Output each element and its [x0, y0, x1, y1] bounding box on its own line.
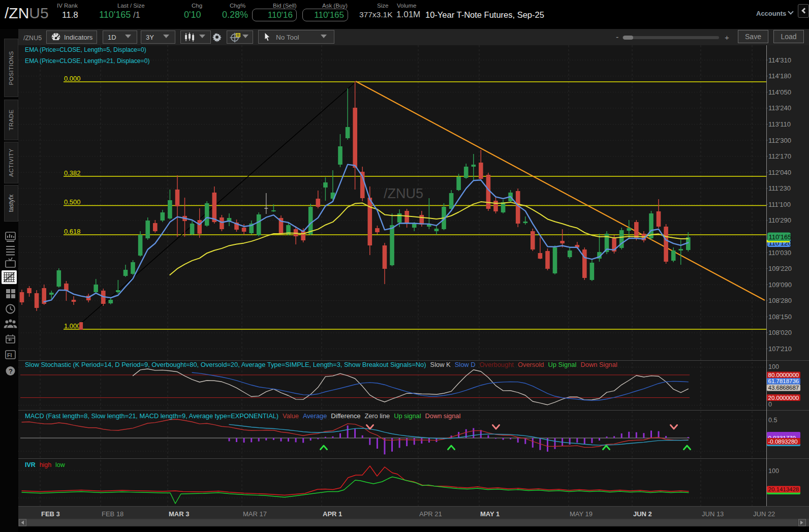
svg-text:20.0000000: 20.0000000: [768, 395, 799, 401]
svg-text:APR 1: APR 1: [323, 510, 342, 518]
svg-text:JUN 22: JUN 22: [753, 510, 775, 518]
svg-text:112'300: 112'300: [768, 137, 791, 144]
svg-text:109'090: 109'090: [768, 281, 792, 289]
svg-text:100: 100: [768, 363, 779, 370]
svg-text:MAY 1: MAY 1: [480, 510, 500, 518]
svg-text:-0.0893280: -0.0893280: [768, 439, 798, 445]
svg-text:MAR 17: MAR 17: [243, 510, 267, 518]
svg-text:1.000: 1.000: [64, 322, 81, 330]
svg-text:0.618: 0.618: [64, 228, 81, 235]
svg-text:0.5: 0.5: [768, 417, 777, 424]
svg-text:112'040: 112'040: [768, 169, 791, 176]
svg-text:109'220: 109'220: [768, 265, 792, 272]
svg-text:113'240: 113'240: [768, 104, 791, 112]
svg-text:111'230: 111'230: [768, 184, 791, 192]
svg-text:107'210: 107'210: [768, 345, 792, 353]
svg-text:110'030: 110'030: [768, 249, 791, 257]
svg-text:0.500: 0.500: [64, 198, 81, 206]
svg-text:110'165: 110'165: [769, 233, 792, 241]
svg-text:100: 100: [768, 467, 779, 475]
svg-text:108'280: 108'280: [768, 297, 792, 304]
svg-text:110'290: 110'290: [768, 216, 791, 224]
svg-text:JUN 13: JUN 13: [702, 510, 724, 518]
svg-text:43.6868687: 43.6868687: [768, 385, 799, 391]
svg-text:IVRhighlow: IVRhighlow: [25, 461, 65, 468]
svg-text:APR 21: APR 21: [419, 510, 442, 518]
svg-text:EMA (Price=CLOSE, Length=5, Di: EMA (Price=CLOSE, Length=5, Displace=0): [25, 46, 146, 53]
svg-text:EMA (Price=CLOSE, Length=21, D: EMA (Price=CLOSE, Length=21, Displace=0): [25, 57, 150, 65]
svg-text:112'170: 112'170: [768, 152, 791, 160]
svg-text:/ZNU5: /ZNU5: [384, 186, 423, 201]
svg-text:Slow Stochastic (K Period=14,: Slow Stochastic (K Period=14, D Period=9…: [25, 361, 617, 368]
svg-text:108'020: 108'020: [768, 329, 792, 336]
svg-text:113'110: 113'110: [768, 120, 791, 128]
svg-text:0: 0: [768, 401, 772, 408]
svg-text:114'180: 114'180: [768, 72, 791, 80]
svg-text:20.1413428: 20.1413428: [768, 486, 799, 492]
svg-text:FEB 3: FEB 3: [41, 510, 60, 518]
svg-text:0.000: 0.000: [64, 75, 81, 82]
svg-text:MAR 3: MAR 3: [169, 510, 189, 518]
svg-text:61.7818736: 61.7818736: [768, 378, 799, 384]
svg-text:80.0000000: 80.0000000: [768, 372, 799, 378]
svg-text:MACD (Fast length=8, Slow leng: MACD (Fast length=8, Slow length=21, MAC…: [25, 412, 460, 420]
svg-text:114'310: 114'310: [768, 56, 791, 64]
svg-text:108'150: 108'150: [768, 313, 792, 321]
svg-text:111'100: 111'100: [768, 201, 791, 208]
svg-text:FEB 18: FEB 18: [102, 510, 123, 518]
svg-text:0.382: 0.382: [64, 169, 81, 177]
svg-text:114'050: 114'050: [768, 88, 791, 96]
svg-text:MAY 19: MAY 19: [570, 510, 593, 518]
svg-text:JUN 2: JUN 2: [633, 510, 652, 518]
